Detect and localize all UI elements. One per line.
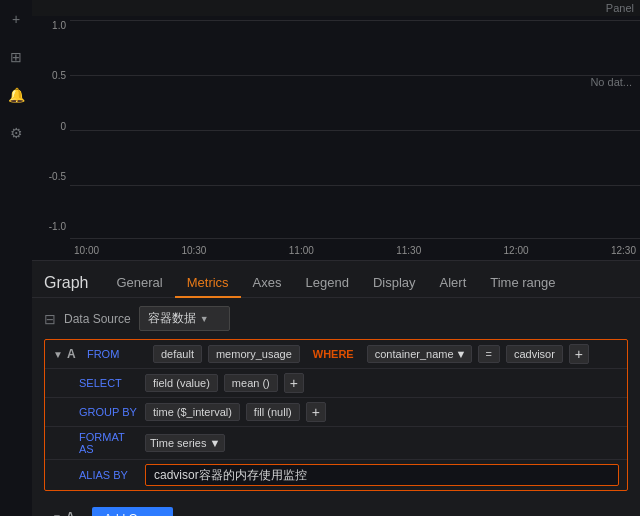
grid-lines (70, 20, 640, 240)
tab-axes[interactable]: Axes (241, 269, 294, 298)
tab-alert[interactable]: Alert (428, 269, 479, 298)
from-measurement-tag[interactable]: memory_usage (208, 345, 300, 363)
from-row: ▼ A FROM default memory_usage WHERE cont… (45, 340, 627, 369)
datasource-select[interactable]: 容器数据 ▼ (139, 306, 230, 331)
groupby-time-tag[interactable]: time ($_interval) (145, 403, 240, 421)
aliasby-label: ALIAS BY (79, 469, 139, 481)
add-query-letter: A (66, 510, 80, 516)
add-groupby-btn[interactable]: + (306, 402, 326, 422)
add-collapse-icon: ▼ (52, 512, 62, 517)
where-keyword: WHERE (306, 346, 361, 362)
main-content: Panel 1.0 0.5 0 -0.5 -1.0 No dat... (32, 0, 640, 516)
grid-line-3 (70, 130, 640, 131)
grid-line-1 (70, 20, 640, 21)
x-label-5: 12:00 (504, 245, 529, 256)
bell-icon[interactable]: 🔔 (5, 84, 27, 106)
formatas-arrow-icon: ▼ (209, 437, 220, 449)
datasource-arrow-icon: ▼ (200, 314, 209, 324)
formatas-select[interactable]: Time series ▼ (145, 434, 225, 452)
y-label-5: -1.0 (49, 221, 66, 232)
groupby-label: GROUP BY (79, 406, 139, 418)
chart-canvas: 1.0 0.5 0 -0.5 -1.0 No dat... 10:00 10:3… (32, 16, 640, 260)
tab-general[interactable]: General (104, 269, 174, 298)
y-label-3: 0 (60, 121, 66, 132)
x-label-4: 11:30 (396, 245, 421, 256)
tab-display[interactable]: Display (361, 269, 428, 298)
x-label-1: 10:00 (74, 245, 99, 256)
groupby-row: GROUP BY time ($_interval) fill (null) + (45, 398, 627, 427)
grid-line-2 (70, 75, 640, 76)
panel-bottom: Graph General Metrics Axes Legend Displa… (32, 261, 640, 516)
datasource-icon: ⊟ (44, 311, 56, 327)
plus-icon[interactable]: + (5, 8, 27, 30)
datasource-value: 容器数据 (148, 310, 196, 327)
query-indicator: ▼ A (53, 347, 81, 361)
y-label-4: -0.5 (49, 171, 66, 182)
grid-line-5 (70, 238, 640, 239)
select-label: SELECT (79, 377, 139, 389)
x-label-3: 11:00 (289, 245, 314, 256)
where-field-value: container_name (375, 348, 454, 360)
chart-area: 1.0 0.5 0 -0.5 -1.0 No dat... 10:00 10:3… (32, 16, 640, 261)
aliasby-row: ALIAS BY (45, 460, 627, 490)
select-row: SELECT field (value) mean () + (45, 369, 627, 398)
x-axis: 10:00 10:30 11:00 11:30 12:00 12:30 (70, 240, 640, 260)
tabs-row: Graph General Metrics Axes Legend Displa… (32, 261, 640, 298)
no-data-label: No dat... (590, 76, 632, 88)
x-label-6: 12:30 (611, 245, 636, 256)
add-query-indicator: ▼ A (52, 510, 80, 516)
panel-title: Graph (44, 274, 88, 292)
groupby-fill-tag[interactable]: fill (null) (246, 403, 300, 421)
where-value-tag[interactable]: cadvisor (506, 345, 563, 363)
y-axis: 1.0 0.5 0 -0.5 -1.0 (32, 16, 70, 232)
datasource-row: ⊟ Data Source 容器数据 ▼ (44, 306, 628, 331)
datasource-label: Data Source (64, 312, 131, 326)
select-field-tag[interactable]: field (value) (145, 374, 218, 392)
grid-icon[interactable]: ⊞ (5, 46, 27, 68)
tab-legend[interactable]: Legend (294, 269, 361, 298)
from-label: FROM (87, 348, 147, 360)
sidebar: + ⊞ 🔔 ⚙ (0, 0, 32, 516)
from-db-tag[interactable]: default (153, 345, 202, 363)
query-letter: A (67, 347, 81, 361)
query-section: ⊟ Data Source 容器数据 ▼ ▼ A FROM (32, 298, 640, 516)
y-label-2: 0.5 (52, 70, 66, 81)
tab-time-range[interactable]: Time range (478, 269, 567, 298)
tab-metrics[interactable]: Metrics (175, 269, 241, 298)
query-block-a: ▼ A FROM default memory_usage WHERE cont… (44, 339, 628, 491)
add-select-btn[interactable]: + (284, 373, 304, 393)
where-field-tag[interactable]: container_name ▼ (367, 345, 472, 363)
gear-icon[interactable]: ⚙ (5, 122, 27, 144)
add-query-button[interactable]: Add Query (92, 507, 173, 516)
select-fn-tag[interactable]: mean () (224, 374, 278, 392)
add-query-label: Add Query (104, 512, 161, 516)
panel-label: Panel (606, 2, 634, 14)
collapse-arrow-icon[interactable]: ▼ (53, 349, 63, 360)
add-query-section: ▼ A Add Query (44, 499, 628, 516)
grid-line-4 (70, 185, 640, 186)
formatas-label: FORMAT AS (79, 431, 139, 455)
x-label-2: 10:30 (181, 245, 206, 256)
formatas-value: Time series (150, 437, 206, 449)
add-condition-btn[interactable]: + (569, 344, 589, 364)
y-label-1: 1.0 (52, 20, 66, 31)
where-field-arrow: ▼ (456, 348, 467, 360)
panel-header: Panel (32, 0, 640, 16)
formatas-row: FORMAT AS Time series ▼ (45, 427, 627, 460)
datasource-select-wrapper[interactable]: 容器数据 ▼ (139, 306, 230, 331)
aliasby-input[interactable] (145, 464, 619, 486)
where-op-tag: = (478, 345, 500, 363)
